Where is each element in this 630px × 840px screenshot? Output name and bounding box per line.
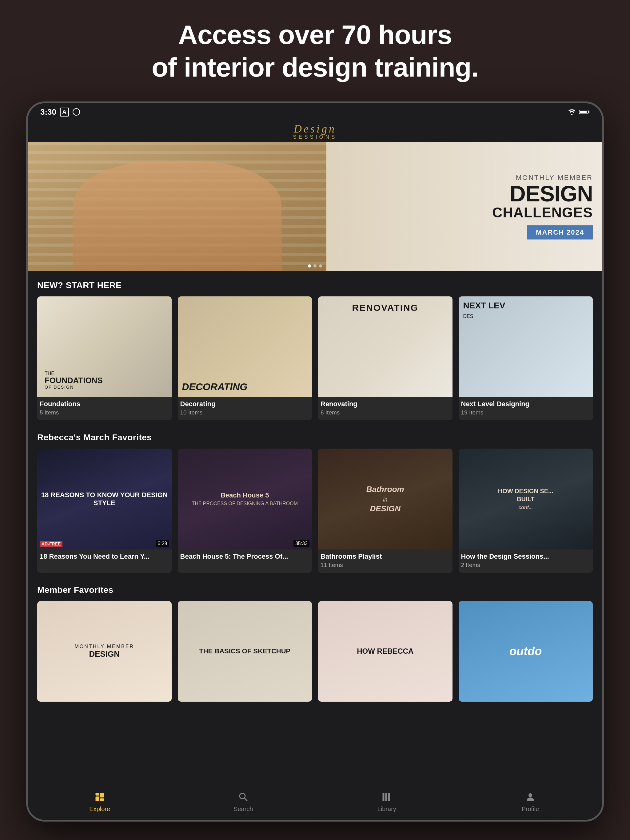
svg-rect-5 <box>96 797 99 801</box>
thumb-content-foundations: THE FOUNDATIONS OF DESIGN <box>40 300 169 394</box>
card-info-nextlevel: Next Level Designing 19 Items <box>459 397 593 420</box>
card-18-reasons[interactable]: 18 REASONS TO KNOW YOUR DESIGN STYLE AD-… <box>37 448 172 573</box>
card-title-18reasons: 18 Reasons You Need to Learn Y... <box>40 553 169 561</box>
section-march-favorites: Rebecca's March Favorites 18 REASONS TO … <box>28 423 602 576</box>
card-title-decorating: Decorating <box>180 400 310 408</box>
card-subtitle-foundations: 5 Items <box>40 409 169 416</box>
card-thumb-bathrooms: BathroominDESIGN <box>318 448 453 549</box>
card-foundations[interactable]: THE FOUNDATIONS OF DESIGN Foundations 5 … <box>37 297 172 420</box>
svg-rect-3 <box>96 793 99 796</box>
svg-point-12 <box>529 793 532 797</box>
bathrooms-content: BathroominDESIGN <box>318 448 453 549</box>
card-beach-house[interactable]: Beach House 5 THE PROCESS OF DESIGNING A… <box>178 448 312 573</box>
device-frame: 3:30 A Design SESSIONS <box>26 101 604 821</box>
card-subtitle-nextlevel: 19 Items <box>461 409 590 416</box>
search-icon <box>237 790 250 804</box>
tab-bar: Explore Search <box>28 783 602 820</box>
card-thumb-memfav1: MONTHLY MEMBER DESIGN <box>37 601 172 702</box>
top-nav: Design SESSIONS <box>28 120 602 142</box>
duration-badge-2: 35:33 <box>293 540 309 547</box>
tab-search-label: Search <box>233 805 253 813</box>
tab-search[interactable]: Search <box>172 787 315 816</box>
status-left: 3:30 A <box>40 107 80 117</box>
logo-sessions: SESSIONS <box>293 134 337 140</box>
section-title-new: NEW? START HERE <box>37 280 593 290</box>
card-thumb-decorating: DECORATING <box>178 297 312 397</box>
card-info-bathrooms: Bathrooms Playlist 11 Items <box>318 549 453 573</box>
hero-dot-1[interactable] <box>308 264 311 267</box>
card-member-fav3[interactable]: HOW REBECCA <box>318 601 453 702</box>
tab-explore[interactable]: Explore <box>28 787 172 816</box>
status-time: 3:30 <box>40 107 56 117</box>
cards-row-member: MONTHLY MEMBER DESIGN THE BASICS OF SKET… <box>37 601 593 702</box>
hero-person-overlay <box>73 161 282 271</box>
card-subtitle-renovating: 6 Items <box>321 409 450 416</box>
18reasons-text: 18 REASONS TO KNOW YOUR DESIGN STYLE <box>40 491 169 507</box>
svg-rect-2 <box>589 111 589 113</box>
tab-library[interactable]: Library <box>315 787 459 816</box>
thumb-18reasons-content: 18 REASONS TO KNOW YOUR DESIGN STYLE <box>37 448 172 549</box>
status-circle-icon <box>73 108 80 115</box>
howdesign-content: HOW DESIGN SE...BUILTconf... <box>459 448 593 549</box>
svg-rect-1 <box>580 111 587 113</box>
beachhouse-subtitle: THE PROCESS OF DESIGNING A BATHROOM <box>192 501 298 507</box>
tab-profile-label: Profile <box>521 805 539 813</box>
status-a-icon: A <box>60 107 69 117</box>
card-member-fav4[interactable]: outdo <box>459 601 593 702</box>
section-new-start-here: NEW? START HERE THE FOUNDATIONS OF DESIG… <box>28 271 602 423</box>
hero-dot-3[interactable] <box>319 264 322 267</box>
card-decorating[interactable]: DECORATING Decorating 10 Items <box>178 297 312 420</box>
svg-rect-9 <box>383 793 385 801</box>
nextlevel-label: NEXT LEVDESI <box>463 301 505 320</box>
card-thumb-howdesign: HOW DESIGN SE...BUILTconf... <box>459 448 593 549</box>
howdesign-text: HOW DESIGN SE...BUILTconf... <box>498 487 553 511</box>
svg-rect-10 <box>385 793 387 801</box>
card-how-design[interactable]: HOW DESIGN SE...BUILTconf... How the Des… <box>459 448 593 573</box>
card-member-fav1[interactable]: MONTHLY MEMBER DESIGN <box>37 601 172 702</box>
wifi-icon <box>568 109 576 115</box>
memfav1-text: MONTHLY MEMBER DESIGN <box>75 644 134 659</box>
card-info-18reasons: 18 Reasons You Need to Learn Y... <box>37 549 172 566</box>
card-title-foundations: Foundations <box>40 400 169 408</box>
scroll-content[interactable]: MONTHLY MEMBER DESIGN CHALLENGES MARCH 2… <box>28 142 602 783</box>
app-logo: Design SESSIONS <box>293 122 337 140</box>
card-thumb-18reasons: 18 REASONS TO KNOW YOUR DESIGN STYLE AD-… <box>37 448 172 549</box>
section-title-member: Member Favorites <box>37 585 593 595</box>
thumb-content-decorating: DECORATING <box>178 297 312 397</box>
cards-row-new: THE FOUNDATIONS OF DESIGN Foundations 5 … <box>37 297 593 420</box>
beachhouse-title: Beach House 5 <box>220 491 269 499</box>
tab-profile[interactable]: Profile <box>459 787 602 816</box>
card-member-fav2[interactable]: THE BASICS OF SKETCHUP <box>178 601 312 702</box>
app-content: Design SESSIONS <box>28 120 602 820</box>
thumb-content-nextlevel: NEXT LEVDESI <box>459 297 593 397</box>
card-bathrooms[interactable]: BathroominDESIGN Bathrooms Playlist 11 I… <box>318 448 453 573</box>
card-info-foundations: Foundations 5 Items <box>37 397 172 420</box>
thumb-content-renovating: RENOVATING <box>318 297 453 397</box>
hero-person-figure <box>28 142 326 271</box>
card-subtitle-decorating: 10 Items <box>180 409 310 416</box>
card-title-nextlevel: Next Level Designing <box>461 400 590 408</box>
library-icon <box>380 790 393 804</box>
svg-rect-4 <box>100 793 104 797</box>
card-info-renovating: Renovating 6 Items <box>318 397 453 420</box>
status-bar: 3:30 A <box>28 103 602 120</box>
hero-title2: CHALLENGES <box>351 204 593 221</box>
card-next-level[interactable]: NEXT LEVDESI Next Level Designing 19 Ite… <box>459 297 593 420</box>
bottom-spacer <box>28 705 602 714</box>
card-thumb-memfav2: THE BASICS OF SKETCHUP <box>178 601 312 702</box>
card-thumb-memfav3: HOW REBECCA <box>318 601 453 702</box>
card-thumb-foundations: THE FOUNDATIONS OF DESIGN <box>37 297 172 397</box>
hero-dot-2[interactable] <box>313 264 317 267</box>
explore-icon <box>93 790 106 804</box>
card-info-howdesign: How the Design Sessions... 2 Items <box>459 549 593 573</box>
section-title-march: Rebecca's March Favorites <box>37 433 593 442</box>
svg-rect-6 <box>100 799 104 801</box>
card-info-decorating: Decorating 10 Items <box>178 397 312 420</box>
status-right <box>568 109 590 115</box>
hero-title1: DESIGN <box>351 183 593 204</box>
hero-banner[interactable]: MONTHLY MEMBER DESIGN CHALLENGES MARCH 2… <box>28 142 602 271</box>
card-title-renovating: Renovating <box>321 400 450 408</box>
card-renovating[interactable]: RENOVATING Renovating 6 Items <box>318 297 453 420</box>
card-title-beachhouse: Beach House 5: The Process Of... <box>180 553 310 561</box>
page-wrapper: Access over 70 hours of interior design … <box>0 0 630 840</box>
